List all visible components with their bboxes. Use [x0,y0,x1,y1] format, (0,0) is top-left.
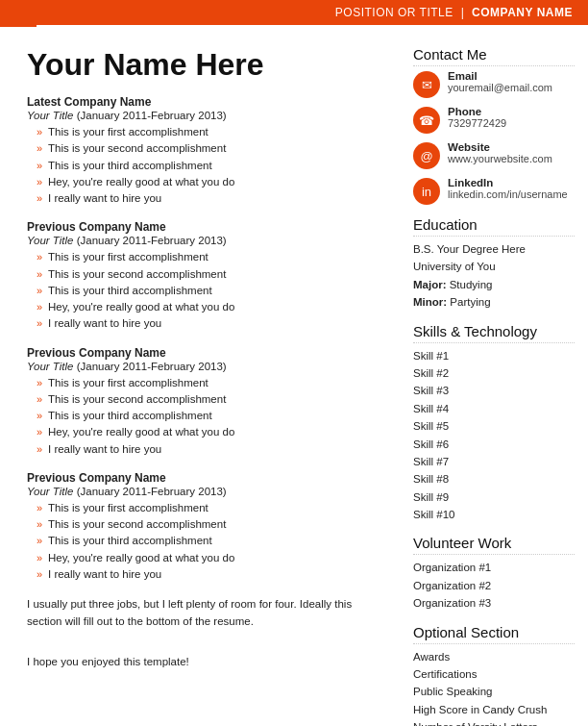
website-contact-label: Website [448,141,552,153]
accomplishment-list-2: This is your first accomplishmentThis is… [27,375,388,458]
list-item: This is your second accomplishment [37,391,388,408]
accomplishment-list-0: This is your first accomplishmentThis is… [27,124,388,207]
footer-text-2: I hope you enjoyed this template! [27,654,388,671]
position-label: POSITION OR TITLE [335,6,453,19]
job-section-0: Latest Company NameYour Title (January 2… [27,95,388,207]
company-name-0: Latest Company Name [27,95,388,109]
left-column: Your Name Here Latest Company NameYour T… [0,33,405,726]
list-item: Organization #3 [413,594,575,612]
job-title-date-0: Your Title (January 2011-February 2013) [27,110,388,121]
right-column: Contact Me ✉Emailyouremail@email.com☎Pho… [405,33,588,726]
email-contact-icon: ✉ [413,71,440,98]
education-heading: Education [413,216,575,237]
company-name-2: Previous Company Name [27,346,388,360]
list-item: Skill #1 [413,347,575,364]
list-item: Public Speaking [413,683,575,700]
list-item: This is your third accomplishment [37,158,388,174]
list-item: Skill #7 [413,453,575,470]
education-section: Education B.S. Your Degree Here Universi… [413,216,575,312]
list-item: Awards [413,648,575,665]
name-heading: Your Name Here [27,48,388,82]
list-item: Organization #1 [413,559,575,576]
list-item: Skill #6 [413,436,575,453]
list-item: This is your first accomplishment [37,249,388,265]
minor-value: Partying [450,296,490,308]
job-title-3: Your Title [27,486,73,497]
header-bar: POSITION OR TITLE | COMPANY NAME [0,0,588,25]
job-title-date-2: Your Title (January 2011-February 2013) [27,361,388,372]
contact-heading: Contact Me [413,46,575,66]
job-section-3: Previous Company NameYour Title (January… [27,471,388,583]
linkedin-contact: inLinkedInlinkedin.com/in/username [413,177,575,205]
list-item: I really want to hire you [37,566,388,583]
email-contact-value: youremail@email.com [448,82,552,93]
linkedin-contact-details: LinkedInlinkedin.com/in/username [448,177,568,200]
education-university: University of You [413,258,575,275]
website-contact-details: Websitewww.yourwebsite.com [448,141,552,164]
email-contact-details: Emailyouremail@email.com [448,70,552,93]
list-item: I really want to hire you [37,441,388,458]
education-content: B.S. Your Degree Here University of You … [413,240,575,312]
job-title-2: Your Title [27,361,73,372]
linkedin-contact-value: linkedin.com/in/username [448,188,568,200]
job-section-2: Previous Company NameYour Title (January… [27,346,388,458]
education-degree: B.S. Your Degree Here [413,240,575,258]
job-title-0: Your Title [27,110,73,121]
list-item: Skill #2 [413,364,575,382]
list-item: This is your second accomplishment [37,140,388,157]
list-item: This is your first accomplishment [37,124,388,140]
pipe: | [457,6,468,19]
list-item: Skill #5 [413,417,575,435]
list-item: Skill #4 [413,400,575,417]
major-label: Major: [413,279,447,290]
list-item: Skill #8 [413,470,575,488]
list-item: Hey, you're really good at what you do [37,424,388,440]
skills-heading: Skills & Technology [413,323,575,343]
list-item: Skill #10 [413,506,575,523]
list-item: I really want to hire you [37,315,388,332]
website-contact: @Websitewww.yourwebsite.com [413,141,575,169]
job-title-date-1: Your Title (January 2011-February 2013) [27,235,388,246]
minor-label: Minor: [413,296,447,308]
list-item: This is your first accomplishment [37,375,388,391]
list-item: This is your third accomplishment [37,533,388,549]
list-item: Skill #3 [413,382,575,399]
skills-section: Skills & Technology Skill #1Skill #2Skil… [413,323,575,524]
list-item: Skill #9 [413,488,575,506]
volunteer-heading: Volunteer Work [413,535,575,555]
linkedin-contact-label: LinkedIn [448,177,568,188]
list-item: Hey, you're really good at what you do [37,299,388,315]
phone-contact-icon: ☎ [413,107,440,134]
accent-square [0,0,37,27]
list-item: Organization #2 [413,577,575,594]
accomplishment-list-3: This is your first accomplishmentThis is… [27,500,388,583]
phone-contact-details: Phone7329772429 [448,106,506,129]
website-contact-icon: @ [413,142,440,169]
skills-list: Skill #1Skill #2Skill #3Skill #4Skill #5… [413,347,575,524]
company-name-1: Previous Company Name [27,220,388,234]
accomplishment-list-1: This is your first accomplishmentThis is… [27,249,388,332]
phone-contact-value: 7329772429 [448,117,506,129]
list-item: This is your second accomplishment [37,266,388,283]
list-item: Hey, you're really good at what you do [37,174,388,190]
education-major: Major: Studying [413,276,575,293]
list-item: Certifications [413,665,575,683]
volunteer-list: Organization #1Organization #2Organizati… [413,559,575,612]
list-item: Hey, you're really good at what you do [37,550,388,566]
volunteer-section: Volunteer Work Organization #1Organizati… [413,535,575,612]
company-label: COMPANY NAME [472,6,573,19]
phone-contact-label: Phone [448,106,506,117]
list-item: I really want to hire you [37,190,388,207]
optional-heading: Optional Section [413,624,575,644]
main-layout: Your Name Here Latest Company NameYour T… [0,25,588,726]
email-contact-label: Email [448,70,552,82]
list-item: High Score in Candy Crush [413,701,575,718]
education-minor: Minor: Partying [413,293,575,311]
contact-items: ✉Emailyouremail@email.com☎Phone732977242… [413,70,575,205]
phone-contact: ☎Phone7329772429 [413,106,575,134]
list-item: This is your third accomplishment [37,283,388,299]
email-contact: ✉Emailyouremail@email.com [413,70,575,98]
linkedin-contact-icon: in [413,178,440,205]
list-item: This is your second accomplishment [37,516,388,533]
list-item: This is your third accomplishment [37,408,388,424]
